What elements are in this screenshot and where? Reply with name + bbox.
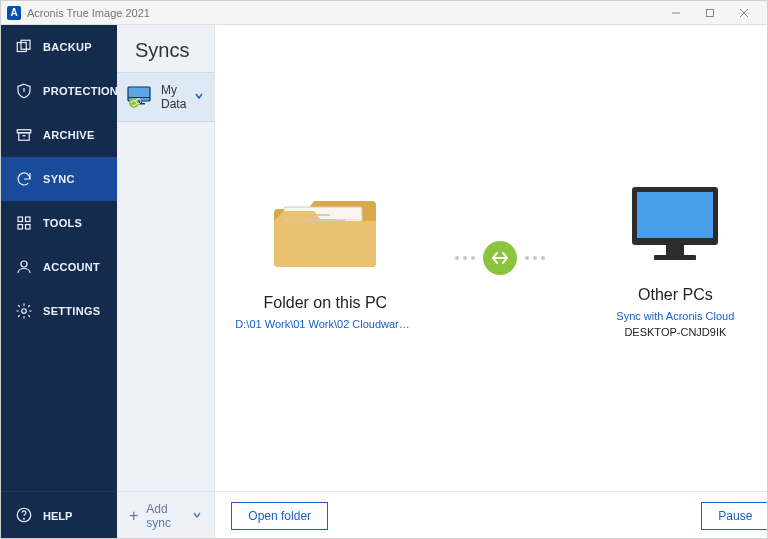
shield-icon <box>15 82 33 100</box>
gear-icon <box>15 302 33 320</box>
svg-rect-4 <box>17 43 26 52</box>
close-button[interactable] <box>727 2 761 24</box>
sidebar-item-backup[interactable]: BACKUP <box>1 25 117 69</box>
svg-rect-7 <box>19 133 30 141</box>
minimize-button[interactable] <box>659 2 693 24</box>
sidebar-item-tools[interactable]: TOOLS <box>1 201 117 245</box>
sidebar-item-protection[interactable]: PROTECTION <box>1 69 117 113</box>
syncs-heading: Syncs <box>117 25 214 72</box>
main-footer: Open folder Pause <box>215 491 768 539</box>
sync-list-pane: Syncs My Data + Add sync <box>117 25 215 539</box>
sidebar-item-label: TOOLS <box>43 217 82 229</box>
dots-right <box>525 256 545 260</box>
title-bar: A Acronis True Image 2021 <box>1 1 767 25</box>
add-sync-label: Add sync <box>146 502 184 530</box>
svg-rect-10 <box>26 217 31 222</box>
svg-point-13 <box>21 261 27 267</box>
svg-rect-27 <box>666 245 684 255</box>
svg-rect-28 <box>654 255 696 260</box>
source-path-link[interactable]: D:\01 Work\01 Work\02 Cloudwards\0 Cl... <box>235 318 415 330</box>
svg-rect-9 <box>18 217 23 222</box>
sidebar-item-label: SETTINGS <box>43 305 100 317</box>
svg-point-16 <box>24 518 25 519</box>
sidebar-item-label: SYNC <box>43 173 75 185</box>
sync-connector <box>455 241 545 275</box>
svg-rect-11 <box>18 225 23 230</box>
svg-rect-1 <box>707 9 714 16</box>
svg-rect-5 <box>21 40 30 49</box>
sidebar-item-archive[interactable]: ARCHIVE <box>1 113 117 157</box>
svg-rect-26 <box>637 192 713 238</box>
sidebar-item-help[interactable]: HELP <box>1 491 117 539</box>
sidebar-item-label: BACKUP <box>43 41 92 53</box>
sync-icon <box>15 170 33 188</box>
monitor-sync-icon <box>127 86 153 108</box>
main-pane: Folder on this PC D:\01 Work\01 Work\02 … <box>215 25 768 539</box>
grid-icon <box>15 214 33 232</box>
maximize-button[interactable] <box>693 2 727 24</box>
backup-icon <box>15 38 33 56</box>
destination-block[interactable]: Other PCs Sync with Acronis Cloud DESKTO… <box>585 179 765 338</box>
help-icon <box>15 506 33 526</box>
archive-icon <box>15 126 33 144</box>
sidebar-item-label: HELP <box>43 510 72 522</box>
monitor-icon <box>620 179 730 272</box>
sidebar: BACKUP PROTECTION ARCHIVE SYNC TOOLS ACC… <box>1 25 117 539</box>
plus-icon: + <box>129 507 138 525</box>
sync-list-item[interactable]: My Data <box>117 72 214 122</box>
window-title: Acronis True Image 2021 <box>27 7 659 19</box>
svg-rect-12 <box>26 225 31 230</box>
sync-arrows-icon <box>483 241 517 275</box>
sidebar-item-label: ACCOUNT <box>43 261 100 273</box>
device-name: DESKTOP-CNJD9IK <box>624 326 726 338</box>
chevron-down-icon[interactable] <box>194 90 204 104</box>
user-icon <box>15 258 33 276</box>
add-sync-button[interactable]: + Add sync <box>117 491 214 539</box>
open-folder-button[interactable]: Open folder <box>231 502 328 530</box>
app-logo: A <box>7 6 21 20</box>
cloud-sync-link[interactable]: Sync with Acronis Cloud <box>616 310 734 322</box>
svg-point-21 <box>129 98 139 108</box>
source-folder-block[interactable]: Folder on this PC D:\01 Work\01 Work\02 … <box>235 187 415 330</box>
sidebar-item-sync[interactable]: SYNC <box>1 157 117 201</box>
dots-left <box>455 256 475 260</box>
sidebar-item-account[interactable]: ACCOUNT <box>1 245 117 289</box>
svg-point-14 <box>22 309 27 314</box>
folder-icon <box>270 187 380 280</box>
sync-item-name: My Data <box>161 83 186 111</box>
source-title: Folder on this PC <box>264 294 388 312</box>
destination-title: Other PCs <box>638 286 713 304</box>
chevron-down-icon[interactable] <box>192 509 202 523</box>
pause-button[interactable]: Pause <box>701 502 768 530</box>
sidebar-item-label: PROTECTION <box>43 85 118 97</box>
sidebar-item-label: ARCHIVE <box>43 129 95 141</box>
sidebar-item-settings[interactable]: SETTINGS <box>1 289 117 333</box>
